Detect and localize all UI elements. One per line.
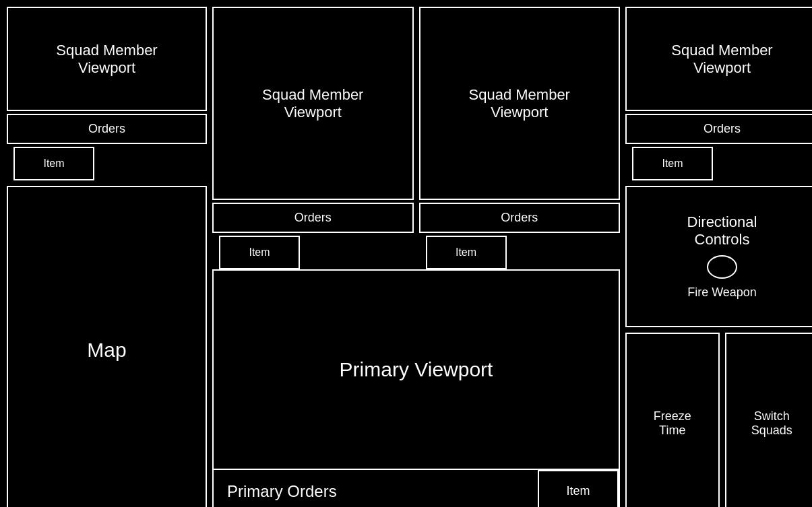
squad-item-top-right[interactable]: Item bbox=[632, 147, 713, 180]
left-column: Squad Member Viewport Orders Item Map bbox=[7, 7, 212, 507]
fire-weapon-label: Fire Weapon bbox=[687, 285, 757, 300]
right-column: Squad Member Viewport Orders Item Direct… bbox=[620, 7, 812, 507]
directional-controls-label: Directional Controls bbox=[687, 213, 757, 248]
primary-orders-item[interactable]: Item bbox=[538, 470, 619, 507]
squad-orders-top-right: Orders bbox=[625, 114, 812, 144]
squad-orders-top-left: Orders bbox=[7, 114, 207, 144]
squad-member-mid-right: Squad Member Viewport Orders Item bbox=[419, 7, 621, 269]
squad-member-mid-left: Squad Member Viewport Orders Item bbox=[212, 7, 414, 269]
squad-viewport-top-right: Squad Member Viewport bbox=[625, 7, 812, 111]
primary-orders-item-label: Item bbox=[566, 484, 590, 498]
squad-orders-mid-right-label: Orders bbox=[501, 211, 538, 225]
map-label: Map bbox=[87, 339, 126, 362]
squad-viewport-top-right-label: Squad Member Viewport bbox=[671, 42, 772, 77]
squad-orders-mid-left: Orders bbox=[212, 203, 414, 233]
squad-item-top-left-label: Item bbox=[43, 158, 64, 170]
squad-member-top-right: Squad Member Viewport Orders Item bbox=[625, 7, 812, 180]
squad-viewport-top-left-label: Squad Member Viewport bbox=[56, 42, 157, 77]
bottom-controls: Freeze Time Switch Squads bbox=[625, 333, 812, 507]
squad-viewport-mid-right: Squad Member Viewport bbox=[419, 7, 621, 200]
squad-viewport-mid-left-label: Squad Member Viewport bbox=[262, 86, 363, 121]
primary-orders-row: Primary Orders Item bbox=[214, 469, 619, 507]
squad-viewport-mid-right-label: Squad Member Viewport bbox=[469, 86, 570, 121]
middle-top-section: Squad Member Viewport Orders Item Squad … bbox=[212, 7, 620, 269]
squad-item-top-right-label: Item bbox=[662, 158, 683, 170]
freeze-time-button[interactable]: Freeze Time bbox=[625, 333, 720, 507]
primary-orders-box: Primary Orders bbox=[214, 470, 538, 507]
squad-item-mid-right[interactable]: Item bbox=[426, 236, 507, 269]
squad-orders-top-right-label: Orders bbox=[704, 122, 741, 136]
squad-orders-top-left-label: Orders bbox=[88, 122, 125, 136]
fire-weapon-circle[interactable] bbox=[707, 255, 737, 279]
switch-squads-button[interactable]: Switch Squads bbox=[725, 333, 813, 507]
freeze-time-label: Freeze Time bbox=[654, 409, 691, 438]
squad-orders-mid-left-label: Orders bbox=[294, 211, 332, 225]
directional-controls[interactable]: Directional Controls Fire Weapon bbox=[625, 186, 812, 327]
squad-item-mid-left-label: Item bbox=[249, 246, 270, 259]
squad-viewport-top-left: Squad Member Viewport bbox=[7, 7, 207, 111]
middle-bottom-section: Primary Viewport Primary Orders Item bbox=[212, 269, 620, 507]
squad-item-mid-left[interactable]: Item bbox=[219, 236, 300, 269]
map-box: Map bbox=[7, 186, 207, 507]
squad-viewport-mid-left: Squad Member Viewport bbox=[212, 7, 414, 200]
primary-viewport: Primary Viewport bbox=[214, 271, 619, 469]
squad-member-top-left: Squad Member Viewport Orders Item bbox=[7, 7, 207, 180]
primary-viewport-label: Primary Viewport bbox=[340, 358, 493, 381]
switch-squads-label: Switch Squads bbox=[751, 409, 792, 438]
middle-top-viewports: Squad Member Viewport Orders Item Squad … bbox=[212, 7, 620, 269]
squad-item-mid-right-label: Item bbox=[456, 246, 476, 259]
squad-orders-mid-right: Orders bbox=[419, 203, 621, 233]
squad-item-top-left[interactable]: Item bbox=[13, 147, 94, 180]
primary-orders-label: Primary Orders bbox=[227, 482, 337, 501]
